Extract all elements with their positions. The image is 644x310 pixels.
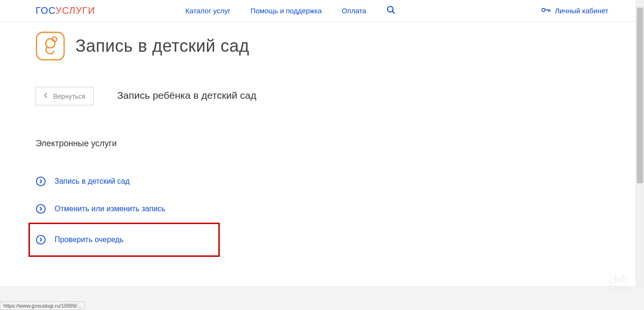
nav-help[interactable]: Помощь и поддержка [251, 7, 322, 15]
footer-area [0, 286, 644, 310]
chevron-left-icon [44, 92, 48, 100]
browser-status-bar: https://www.gosuslugi.ru/10999/... [0, 301, 84, 310]
svg-rect-6 [37, 32, 64, 60]
pacifier-icon [36, 31, 65, 61]
nav-payment[interactable]: Оплата [342, 7, 366, 15]
page-subtitle: Запись ребёнка в детский сад [117, 87, 256, 101]
account-label: Личный кабинет [555, 7, 608, 15]
service-label: Отменить или изменить запись [55, 205, 165, 213]
key-icon [541, 7, 551, 15]
title-row: Запись в детский сад [36, 31, 608, 61]
nav-catalog[interactable]: Каталог услуг [186, 7, 231, 15]
scrollbar-thumb[interactable] [637, 8, 643, 183]
svg-point-2 [542, 9, 545, 12]
svg-point-7 [46, 39, 55, 48]
nav-bar: Каталог услуг Помощь и поддержка Оплата [186, 5, 396, 17]
service-check-queue[interactable]: Проверить очередь [28, 223, 220, 257]
back-button[interactable]: Вернуться [36, 87, 93, 105]
logo[interactable]: госуслуги [36, 5, 95, 16]
page-title: Запись в детский сад [75, 36, 249, 56]
svg-line-1 [392, 11, 394, 13]
logo-text-1: гос [36, 5, 56, 16]
sub-row: Вернуться Запись ребёнка в детский сад [36, 87, 608, 105]
arrow-circle-icon [36, 235, 46, 245]
site-header: госуслуги Каталог услуг Помощь и поддерж… [0, 0, 644, 22]
scrollbar-track[interactable] [636, 0, 644, 310]
svg-point-11 [37, 235, 45, 244]
service-enroll[interactable]: Запись в детский сад [36, 168, 138, 195]
watermark: club Sovet [607, 273, 631, 294]
service-list: Запись в детский сад Отменить или измени… [36, 168, 608, 257]
back-label: Вернуться [53, 93, 85, 100]
watermark-line2: Sovet [607, 283, 630, 294]
search-icon[interactable] [386, 5, 396, 17]
account-link[interactable]: Личный кабинет [541, 7, 608, 15]
section-label: Электронные услуги [36, 139, 608, 149]
service-label: Проверить очередь [55, 235, 123, 244]
arrow-circle-icon [36, 204, 46, 214]
svg-point-9 [37, 177, 45, 186]
main-content: Запись в детский сад Вернуться Запись ре… [0, 22, 644, 257]
svg-point-10 [37, 205, 45, 213]
logo-text-2: услуги [56, 5, 95, 16]
arrow-circle-icon [36, 176, 46, 187]
service-cancel[interactable]: Отменить или изменить запись [36, 195, 174, 223]
svg-point-0 [387, 6, 393, 12]
service-label: Запись в детский сад [55, 177, 130, 186]
